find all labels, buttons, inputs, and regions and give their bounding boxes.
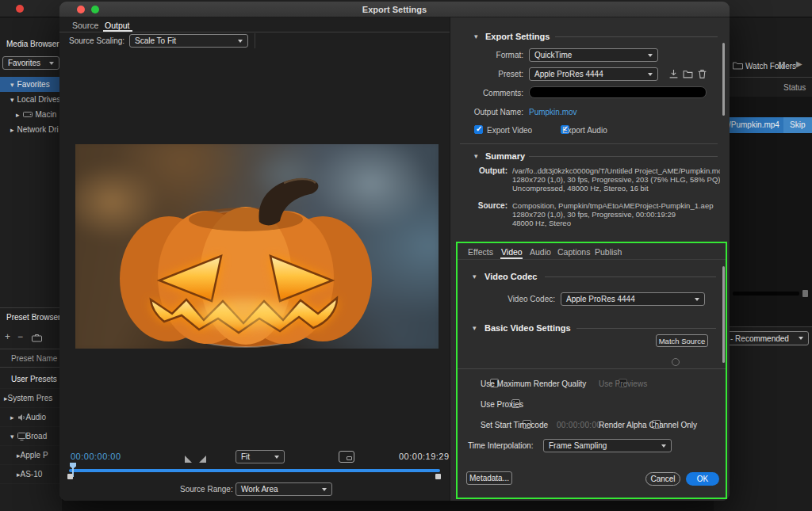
monitor-icon	[17, 433, 26, 440]
export-video-checkbox[interactable]	[474, 125, 483, 134]
briefcase-icon[interactable]	[32, 334, 42, 342]
window-close-button[interactable]	[16, 5, 24, 13]
start-timecode-value: 00:00:00:00	[557, 421, 601, 429]
format-dropdown[interactable]: QuickTime	[529, 48, 658, 62]
basic-video-header: Basic Video Settings	[485, 323, 571, 333]
save-preset-icon[interactable]	[668, 69, 679, 79]
favorites-dropdown[interactable]: Favorites	[2, 56, 59, 70]
output-overlay-button[interactable]	[339, 451, 354, 463]
set-out-point-icon[interactable]	[199, 456, 206, 463]
work-area-end-handle[interactable]	[435, 474, 441, 479]
preset-dropdown[interactable]: Apple ProRes 4444	[529, 67, 658, 81]
summary-output-line3: Uncompressed, 48000 Hz, Stereo, 16 bit	[512, 184, 720, 193]
tree-item-favorites[interactable]: Favorites	[0, 77, 62, 92]
zoom-level-value: Fit	[241, 452, 250, 461]
summary-source-line2: 1280x720 (1,0), 30 fps, Progressive, 00:…	[512, 210, 720, 219]
preset-item-as10[interactable]: AS-10	[0, 465, 62, 484]
preset-item-audio[interactable]: Audio	[0, 408, 62, 427]
tree-item-macintosh[interactable]: Macin	[0, 107, 62, 122]
work-area-start-handle[interactable]	[67, 474, 73, 479]
comments-label: Comments:	[452, 89, 523, 97]
summary-collapse-icon[interactable]	[474, 151, 478, 160]
export-settings-collapse-icon[interactable]	[474, 32, 478, 40]
timeline-track[interactable]	[69, 469, 440, 472]
play-icon[interactable]: ▶	[796, 59, 802, 68]
tree-item-network-drives[interactable]: Network Dri	[0, 122, 62, 137]
use-max-render-quality-label: Use Maximum Render Quality	[481, 379, 586, 388]
media-browser-panel: Media Browser ≡ Favorites Favorites Loca…	[0, 17, 62, 511]
basic-video-collapse-icon[interactable]	[473, 323, 477, 332]
export-settings-dialog: Export Settings Source Output Source Sca…	[59, 2, 730, 501]
toolbar-divider	[255, 33, 255, 48]
overlay-inner-icon	[347, 456, 352, 460]
summary-source-label: Source:	[452, 201, 508, 210]
remove-preset-button[interactable]: −	[17, 331, 23, 342]
source-range-label: Source Range:	[180, 485, 233, 494]
preset-item-apple-prores[interactable]: Apple P	[0, 446, 62, 465]
export-video-label: Export Video	[487, 126, 532, 135]
summary-output-label: Output:	[452, 166, 508, 175]
tab-audio[interactable]: Audio	[530, 247, 551, 257]
settings-scrollbar[interactable]	[722, 43, 725, 116]
video-codec-collapse-icon[interactable]	[473, 272, 477, 280]
summary-source-line3: 48000 Hz, Stereo	[512, 219, 720, 227]
video-codec-dropdown[interactable]: Apple ProRes 4444	[561, 292, 705, 306]
tab-source[interactable]: Source	[72, 21, 98, 30]
source-scaling-label: Source Scaling:	[69, 36, 124, 45]
add-preset-button[interactable]: +	[5, 331, 10, 342]
chevron-right-icon	[10, 125, 14, 134]
favorites-dropdown-value: Favorites	[8, 59, 40, 67]
comments-input[interactable]	[529, 86, 707, 98]
tab-output[interactable]: Output	[105, 21, 130, 30]
preset-item-broadcast[interactable]: Broad	[0, 427, 62, 446]
output-name-link[interactable]: Pumpkin.mov	[529, 108, 577, 116]
preset-item-user-presets[interactable]: User Presets	[0, 370, 62, 389]
queue-row-action-cell[interactable]: Skip	[783, 117, 812, 133]
dialog-titlebar[interactable]: Export Settings	[59, 2, 730, 17]
export-audio-label: Export Audio	[562, 126, 607, 135]
pause-icon[interactable]	[779, 62, 785, 69]
video-tab-scrollbar[interactable]	[722, 266, 725, 363]
radio-icon[interactable]	[672, 358, 680, 366]
watch-folder-icon[interactable]	[733, 61, 743, 70]
cancel-button[interactable]: Cancel	[645, 472, 680, 486]
delete-preset-trash-icon[interactable]	[697, 69, 707, 79]
time-interpolation-value: Frame Sampling	[549, 441, 607, 450]
tab-captions[interactable]: Captions	[557, 247, 590, 257]
section-rule	[529, 156, 718, 157]
duration-timecode: 00:00:19:29	[399, 452, 450, 461]
panel-menu-icon[interactable]: ≡	[48, 40, 52, 48]
time-interpolation-dropdown[interactable]: Frame Sampling	[543, 439, 672, 452]
video-preview[interactable]	[75, 144, 439, 349]
preset-value: Apple ProRes 4444	[534, 70, 603, 78]
use-proxies-label: Use Proxies	[481, 400, 523, 409]
summary-output-line1: /var/fo..ddt3j0kzkc0000gn/T/Untitled Pro…	[512, 166, 720, 175]
queue-preset-dropdown[interactable]: - Recommended	[725, 331, 809, 345]
zoom-level-dropdown[interactable]: Fit	[236, 450, 285, 463]
time-interpolation-label: Time Interpolation:	[468, 441, 533, 450]
video-codec-header: Video Codec	[485, 272, 537, 281]
tree-item-label: Network Dri	[17, 125, 59, 134]
set-in-point-icon[interactable]	[185, 456, 192, 463]
panel-divider	[0, 349, 62, 349]
metadata-button[interactable]: Metadata...	[466, 471, 512, 485]
section-divider	[460, 143, 718, 144]
preset-item-label: User Presets	[11, 375, 57, 383]
current-timecode[interactable]: 00:00:00:00	[71, 452, 121, 461]
match-source-button[interactable]: Match Source	[656, 334, 708, 347]
tab-publish[interactable]: Publish	[595, 247, 622, 257]
import-preset-folder-icon[interactable]	[683, 69, 693, 79]
tabs-divider	[458, 259, 726, 260]
export-settings-header: Export Settings	[485, 32, 550, 41]
tab-video[interactable]: Video	[501, 247, 523, 257]
section-rule	[545, 276, 716, 277]
source-range-dropdown[interactable]: Work Area	[236, 482, 332, 496]
preset-item-system-presets[interactable]: System Pres	[0, 389, 62, 408]
source-scaling-dropdown[interactable]: Scale To Fit	[129, 34, 248, 48]
tab-effects[interactable]: Effects	[468, 247, 493, 257]
speaker-icon	[17, 414, 26, 421]
tree-item-local-drives[interactable]: Local Drives	[0, 92, 62, 107]
chevron-right-icon	[16, 110, 20, 119]
ok-button[interactable]: OK	[686, 472, 719, 486]
progress-handle[interactable]	[802, 290, 808, 297]
